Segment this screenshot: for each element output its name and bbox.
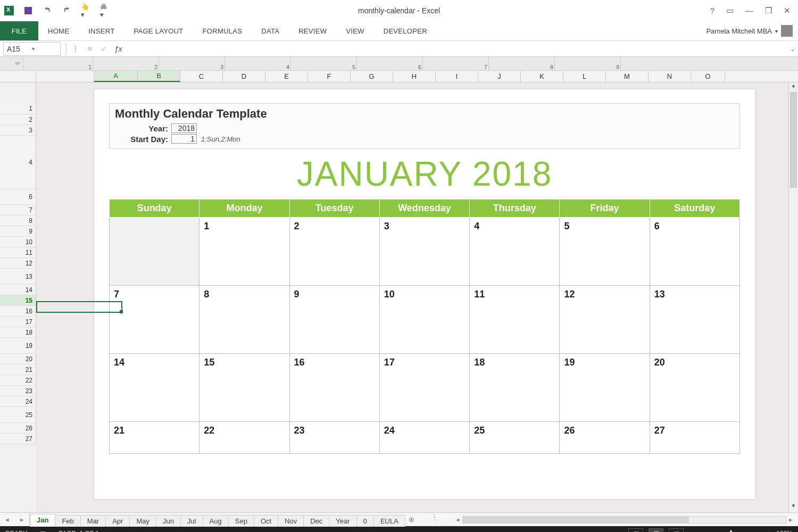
sheet-tab-apr[interactable]: Apr — [105, 515, 130, 527]
row-header-6[interactable]: 6 — [0, 189, 36, 205]
row-header-19[interactable]: 19 — [0, 338, 36, 354]
normal-view-button[interactable]: ▦ — [628, 528, 643, 532]
column-header-J[interactable]: J — [478, 71, 521, 82]
calendar-cell[interactable]: 17 — [379, 354, 469, 422]
row-header-8[interactable]: 8 — [0, 215, 36, 226]
calendar-cell[interactable] — [110, 218, 200, 286]
calendar-cell[interactable]: 13 — [650, 286, 739, 354]
calendar-cell[interactable]: 27 — [650, 422, 739, 454]
row-header-23[interactable]: 23 — [0, 386, 36, 396]
calendar-cell[interactable]: 16 — [289, 354, 379, 422]
calendar-cell[interactable]: 14 — [110, 354, 200, 422]
new-sheet-button[interactable]: ⊕ — [405, 513, 419, 526]
column-header-M[interactable]: M — [606, 71, 649, 82]
calendar-cell[interactable]: 26 — [560, 422, 650, 454]
row-header-22[interactable]: 22 — [0, 375, 36, 386]
calendar-cell[interactable]: 9 — [289, 286, 379, 354]
row-header-11[interactable]: 11 — [0, 247, 36, 258]
row-header-16[interactable]: 16 — [0, 306, 36, 317]
calendar-cell[interactable]: 20 — [650, 354, 739, 422]
row-header-3[interactable]: 3 — [0, 125, 36, 136]
row-header-20[interactable]: 20 — [0, 354, 36, 364]
calendar-cell[interactable]: 18 — [470, 354, 560, 422]
row-header-15[interactable]: 15 — [0, 295, 36, 306]
calendar-cell[interactable]: 12 — [560, 286, 650, 354]
calendar-cell[interactable]: 6 — [650, 218, 739, 286]
row-header-14[interactable]: 14 — [0, 285, 36, 295]
file-tab[interactable]: FILE — [0, 21, 38, 40]
minimize-icon[interactable]: — — [745, 6, 753, 15]
calendar-cell[interactable]: 23 — [289, 422, 379, 454]
row-header-25[interactable]: 25 — [0, 407, 36, 423]
calendar-cell[interactable]: 25 — [470, 422, 560, 454]
calendar-cell[interactable]: 7 — [110, 286, 200, 354]
fx-icon[interactable]: ƒx — [114, 45, 122, 53]
scroll-down-icon[interactable]: ▼ — [789, 503, 798, 512]
column-header-G[interactable]: G — [351, 71, 393, 82]
sheet-tab-sep[interactable]: Sep — [228, 515, 254, 527]
vertical-scrollbar[interactable]: ▲ ▼ — [788, 82, 798, 512]
tab-developer[interactable]: DEVELOPER — [374, 21, 437, 40]
expand-formula-icon[interactable]: ⌄ — [787, 45, 798, 53]
year-value[interactable]: 2018 — [171, 123, 197, 133]
horizontal-scrollbar[interactable]: ◂▸ — [451, 513, 798, 526]
ribbon-options-icon[interactable]: ▭ — [726, 6, 734, 15]
sheet-tab-jul[interactable]: Jul — [180, 515, 203, 527]
sheet-nav[interactable]: ◂▸ — [0, 513, 30, 526]
scroll-up-icon[interactable]: ▲ — [789, 82, 798, 92]
row-header-26[interactable]: 26 — [0, 423, 36, 434]
column-header-C[interactable]: C — [180, 71, 223, 82]
sheet-tab-eula[interactable]: EULA — [373, 515, 405, 527]
quick-print-icon[interactable]: 🖶▾ — [100, 6, 110, 15]
row-header-2[interactable]: 2 — [0, 114, 36, 125]
sheet-tab-feb[interactable]: Feb — [55, 515, 80, 527]
tab-page-layout[interactable]: PAGE LAYOUT — [124, 21, 193, 40]
column-header-I[interactable]: I — [436, 71, 478, 82]
row-header-18[interactable]: 18 — [0, 327, 36, 338]
sheet-tab-jun[interactable]: Jun — [156, 515, 181, 527]
row-header-24[interactable]: 24 — [0, 396, 36, 407]
sheet-tab-0[interactable]: 0 — [356, 515, 374, 527]
formula-input[interactable] — [126, 42, 784, 56]
zoom-in-icon[interactable]: + — [767, 530, 771, 532]
page-layout-view-button[interactable]: ▤ — [649, 528, 663, 532]
column-header-A[interactable]: A — [94, 71, 138, 82]
row-header-21[interactable]: 21 — [0, 364, 36, 375]
row-header-7[interactable]: 7 — [0, 205, 36, 215]
enter-icon[interactable]: ✓ — [101, 45, 107, 53]
zoom-out-icon[interactable]: − — [689, 530, 693, 532]
row-header-27[interactable]: 27 — [0, 434, 36, 444]
help-icon[interactable]: ? — [710, 6, 714, 15]
calendar-cell[interactable]: 21 — [110, 422, 200, 454]
calendar-cell[interactable]: 11 — [470, 286, 560, 354]
sheet-tab-year[interactable]: Year — [329, 515, 356, 527]
record-macro-icon[interactable]: ▣ — [40, 530, 46, 532]
row-header-1[interactable]: 1 — [0, 103, 36, 114]
row-header-4[interactable]: 4 — [0, 136, 36, 189]
column-header-F[interactable]: F — [308, 71, 351, 82]
user-account[interactable]: Pamela Mitchell MBA▾ — [706, 21, 798, 40]
undo-icon[interactable] — [43, 6, 52, 15]
column-header-N[interactable]: N — [649, 71, 691, 82]
row-header-12[interactable]: 12 — [0, 258, 36, 269]
sheet-tab-aug[interactable]: Aug — [203, 515, 229, 527]
sheet-tab-jan[interactable]: Jan — [30, 514, 55, 527]
name-box[interactable]: A15▾ — [3, 42, 61, 56]
tab-review[interactable]: REVIEW — [289, 21, 336, 40]
calendar-cell[interactable]: 3 — [379, 218, 469, 286]
cancel-icon[interactable]: ✕ — [87, 45, 93, 53]
maximize-icon[interactable]: ❐ — [765, 6, 772, 15]
row-header-17[interactable]: 17 — [0, 317, 36, 327]
column-header-K[interactable]: K — [521, 71, 563, 82]
calendar-cell[interactable]: 19 — [560, 354, 650, 422]
calendar-cell[interactable]: 15 — [200, 354, 289, 422]
zoom-level[interactable]: 100% — [776, 530, 793, 532]
more-icon[interactable]: ⋮ — [72, 45, 79, 53]
tab-formulas[interactable]: FORMULAS — [193, 21, 252, 40]
sheet-tab-mar[interactable]: Mar — [80, 515, 106, 527]
calendar-cell[interactable]: 10 — [379, 286, 469, 354]
column-header-D[interactable]: D — [223, 71, 265, 82]
column-header-E[interactable]: E — [265, 71, 308, 82]
close-icon[interactable]: ✕ — [784, 6, 791, 15]
sheet-tab-oct[interactable]: Oct — [254, 515, 278, 527]
